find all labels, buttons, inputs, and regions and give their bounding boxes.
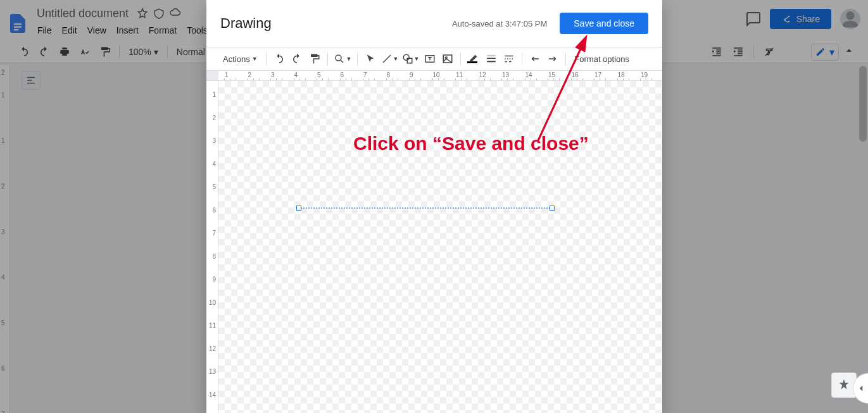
ruler-tick: 8	[212, 253, 216, 260]
ruler-tick: 15	[548, 71, 555, 78]
ruler-tick: 11	[209, 322, 216, 329]
ruler-tick: 6	[212, 207, 216, 214]
dialog-header: Drawing Auto-saved at 3:47:05 PM Save an…	[206, 0, 662, 47]
ruler-tick: 10	[209, 299, 216, 306]
ruler-tick: 5	[212, 183, 216, 190]
redo-icon[interactable]	[289, 51, 305, 67]
ruler-tick: 12	[479, 71, 486, 78]
toolbar-separator	[460, 52, 461, 65]
ruler-tick: 6	[341, 71, 344, 78]
ruler-tick: 5	[317, 71, 321, 78]
ruler-tick: 18	[618, 71, 625, 78]
ruler-tick: 1	[225, 71, 229, 78]
ruler-tick: 19	[641, 71, 648, 78]
drawing-vertical-ruler: 1234567891011121314	[206, 81, 218, 413]
drawing-horizontal-ruler: 12345678910111213141516171819	[206, 71, 662, 81]
ruler-tick: 9	[410, 71, 413, 78]
ruler-tick: 13	[209, 368, 216, 375]
toolbar-separator	[327, 52, 328, 65]
textbox-tool-icon[interactable]	[422, 51, 438, 67]
drawn-dotted-line[interactable]	[299, 207, 552, 209]
ruler-tick: 17	[594, 71, 601, 78]
ruler-tick: 14	[209, 391, 216, 398]
ruler-tick: 2	[248, 71, 252, 78]
save-and-close-button[interactable]: Save and close	[560, 13, 648, 34]
drawing-toolbar: Actions▼ ▼ ▼ ▼ Format options	[206, 47, 662, 71]
drawing-canvas[interactable]	[218, 81, 662, 413]
ruler-tick: 11	[456, 71, 463, 78]
shape-tool-icon[interactable]: ▼	[401, 51, 420, 67]
format-options-button[interactable]: Format options	[570, 51, 633, 67]
select-tool-icon[interactable]	[362, 51, 379, 67]
line-weight-icon[interactable]	[483, 51, 500, 67]
ruler-tick: 10	[433, 71, 440, 78]
ruler-tick: 7	[212, 230, 216, 237]
line-end-icon[interactable]	[544, 51, 561, 67]
actions-menu[interactable]: Actions▼	[219, 51, 261, 67]
ruler-tick: 8	[387, 71, 391, 78]
line-tool-icon[interactable]: ▼	[380, 51, 399, 67]
ruler-tick: 7	[363, 71, 367, 78]
ruler-tick: 2	[212, 114, 216, 121]
ruler-tick: 1	[212, 91, 216, 98]
ruler-tick: 4	[212, 161, 216, 168]
toolbar-separator	[565, 52, 566, 65]
autosave-status: Auto-saved at 3:47:05 PM	[452, 19, 547, 28]
ruler-tick: 4	[294, 71, 298, 78]
ruler-tick: 9	[212, 276, 216, 283]
drawing-dialog: Drawing Auto-saved at 3:47:05 PM Save an…	[206, 0, 662, 413]
zoom-icon[interactable]: ▼	[332, 51, 353, 67]
image-tool-icon[interactable]	[439, 51, 456, 67]
undo-icon[interactable]	[271, 51, 287, 67]
svg-rect-3	[408, 58, 413, 63]
line-start-icon[interactable]	[527, 51, 543, 67]
ruler-tick: 12	[209, 345, 216, 352]
dialog-title: Drawing	[220, 15, 272, 32]
svg-point-2	[404, 54, 410, 60]
ruler-tick: 13	[502, 71, 509, 78]
toolbar-separator	[266, 52, 267, 65]
paint-format-icon[interactable]	[306, 51, 323, 67]
svg-point-1	[336, 55, 341, 61]
toolbar-separator	[522, 52, 522, 65]
ruler-tick: 16	[572, 71, 579, 78]
line-dash-icon[interactable]	[501, 51, 517, 67]
ruler-tick: 14	[525, 71, 532, 78]
ruler-tick: 3	[212, 137, 216, 144]
save-and-close-label: Save and close	[574, 18, 634, 28]
line-color-icon[interactable]	[465, 51, 482, 67]
ruler-tick: 3	[271, 71, 275, 78]
toolbar-separator	[357, 52, 358, 65]
